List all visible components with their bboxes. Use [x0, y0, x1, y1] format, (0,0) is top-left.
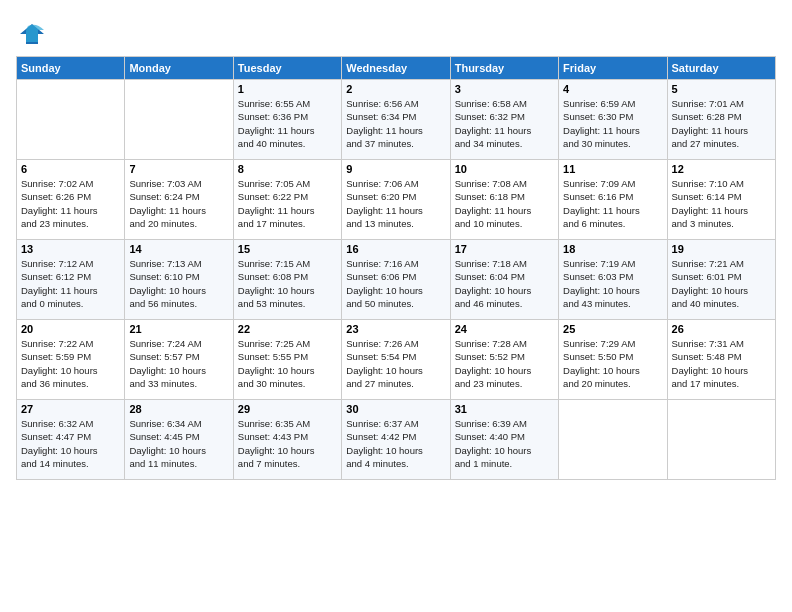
weekday-header-thursday: Thursday	[450, 57, 558, 80]
calendar-cell: 31Sunrise: 6:39 AM Sunset: 4:40 PM Dayli…	[450, 400, 558, 480]
day-info: Sunrise: 7:03 AM Sunset: 6:24 PM Dayligh…	[129, 177, 228, 230]
day-number: 4	[563, 83, 662, 95]
day-number: 23	[346, 323, 445, 335]
calendar-cell: 25Sunrise: 7:29 AM Sunset: 5:50 PM Dayli…	[559, 320, 667, 400]
day-info: Sunrise: 7:13 AM Sunset: 6:10 PM Dayligh…	[129, 257, 228, 310]
day-number: 22	[238, 323, 337, 335]
calendar-cell: 21Sunrise: 7:24 AM Sunset: 5:57 PM Dayli…	[125, 320, 233, 400]
day-number: 11	[563, 163, 662, 175]
calendar-cell: 5Sunrise: 7:01 AM Sunset: 6:28 PM Daylig…	[667, 80, 775, 160]
day-info: Sunrise: 7:24 AM Sunset: 5:57 PM Dayligh…	[129, 337, 228, 390]
calendar-cell	[667, 400, 775, 480]
calendar-cell: 6Sunrise: 7:02 AM Sunset: 6:26 PM Daylig…	[17, 160, 125, 240]
calendar-cell: 17Sunrise: 7:18 AM Sunset: 6:04 PM Dayli…	[450, 240, 558, 320]
calendar-cell: 13Sunrise: 7:12 AM Sunset: 6:12 PM Dayli…	[17, 240, 125, 320]
day-info: Sunrise: 6:32 AM Sunset: 4:47 PM Dayligh…	[21, 417, 120, 470]
day-number: 3	[455, 83, 554, 95]
day-info: Sunrise: 6:34 AM Sunset: 4:45 PM Dayligh…	[129, 417, 228, 470]
day-info: Sunrise: 7:19 AM Sunset: 6:03 PM Dayligh…	[563, 257, 662, 310]
day-number: 13	[21, 243, 120, 255]
weekday-header-saturday: Saturday	[667, 57, 775, 80]
calendar-cell: 8Sunrise: 7:05 AM Sunset: 6:22 PM Daylig…	[233, 160, 341, 240]
day-info: Sunrise: 6:56 AM Sunset: 6:34 PM Dayligh…	[346, 97, 445, 150]
calendar-cell	[125, 80, 233, 160]
calendar-cell: 29Sunrise: 6:35 AM Sunset: 4:43 PM Dayli…	[233, 400, 341, 480]
calendar-cell	[559, 400, 667, 480]
day-number: 1	[238, 83, 337, 95]
calendar-cell: 4Sunrise: 6:59 AM Sunset: 6:30 PM Daylig…	[559, 80, 667, 160]
day-info: Sunrise: 7:26 AM Sunset: 5:54 PM Dayligh…	[346, 337, 445, 390]
day-number: 9	[346, 163, 445, 175]
calendar-week-row: 27Sunrise: 6:32 AM Sunset: 4:47 PM Dayli…	[17, 400, 776, 480]
day-info: Sunrise: 6:59 AM Sunset: 6:30 PM Dayligh…	[563, 97, 662, 150]
day-number: 14	[129, 243, 228, 255]
day-info: Sunrise: 7:18 AM Sunset: 6:04 PM Dayligh…	[455, 257, 554, 310]
day-info: Sunrise: 7:21 AM Sunset: 6:01 PM Dayligh…	[672, 257, 771, 310]
weekday-header-sunday: Sunday	[17, 57, 125, 80]
day-info: Sunrise: 7:25 AM Sunset: 5:55 PM Dayligh…	[238, 337, 337, 390]
page-header	[16, 16, 776, 48]
day-number: 16	[346, 243, 445, 255]
weekday-header-wednesday: Wednesday	[342, 57, 450, 80]
calendar-cell: 16Sunrise: 7:16 AM Sunset: 6:06 PM Dayli…	[342, 240, 450, 320]
calendar-cell: 22Sunrise: 7:25 AM Sunset: 5:55 PM Dayli…	[233, 320, 341, 400]
calendar-cell: 19Sunrise: 7:21 AM Sunset: 6:01 PM Dayli…	[667, 240, 775, 320]
calendar-cell: 30Sunrise: 6:37 AM Sunset: 4:42 PM Dayli…	[342, 400, 450, 480]
calendar-week-row: 1Sunrise: 6:55 AM Sunset: 6:36 PM Daylig…	[17, 80, 776, 160]
day-info: Sunrise: 7:09 AM Sunset: 6:16 PM Dayligh…	[563, 177, 662, 230]
day-number: 7	[129, 163, 228, 175]
weekday-header-friday: Friday	[559, 57, 667, 80]
day-info: Sunrise: 7:08 AM Sunset: 6:18 PM Dayligh…	[455, 177, 554, 230]
day-info: Sunrise: 7:06 AM Sunset: 6:20 PM Dayligh…	[346, 177, 445, 230]
calendar-week-row: 20Sunrise: 7:22 AM Sunset: 5:59 PM Dayli…	[17, 320, 776, 400]
day-info: Sunrise: 6:39 AM Sunset: 4:40 PM Dayligh…	[455, 417, 554, 470]
calendar-cell: 20Sunrise: 7:22 AM Sunset: 5:59 PM Dayli…	[17, 320, 125, 400]
calendar-cell: 11Sunrise: 7:09 AM Sunset: 6:16 PM Dayli…	[559, 160, 667, 240]
calendar-cell: 1Sunrise: 6:55 AM Sunset: 6:36 PM Daylig…	[233, 80, 341, 160]
calendar-cell: 23Sunrise: 7:26 AM Sunset: 5:54 PM Dayli…	[342, 320, 450, 400]
calendar-cell	[17, 80, 125, 160]
day-info: Sunrise: 7:02 AM Sunset: 6:26 PM Dayligh…	[21, 177, 120, 230]
day-number: 10	[455, 163, 554, 175]
day-info: Sunrise: 6:55 AM Sunset: 6:36 PM Dayligh…	[238, 97, 337, 150]
day-number: 2	[346, 83, 445, 95]
weekday-header-monday: Monday	[125, 57, 233, 80]
day-number: 8	[238, 163, 337, 175]
day-info: Sunrise: 7:16 AM Sunset: 6:06 PM Dayligh…	[346, 257, 445, 310]
day-info: Sunrise: 6:37 AM Sunset: 4:42 PM Dayligh…	[346, 417, 445, 470]
calendar-cell: 12Sunrise: 7:10 AM Sunset: 6:14 PM Dayli…	[667, 160, 775, 240]
day-info: Sunrise: 7:31 AM Sunset: 5:48 PM Dayligh…	[672, 337, 771, 390]
day-number: 20	[21, 323, 120, 335]
day-number: 5	[672, 83, 771, 95]
calendar-cell: 27Sunrise: 6:32 AM Sunset: 4:47 PM Dayli…	[17, 400, 125, 480]
calendar-cell: 14Sunrise: 7:13 AM Sunset: 6:10 PM Dayli…	[125, 240, 233, 320]
calendar-cell: 3Sunrise: 6:58 AM Sunset: 6:32 PM Daylig…	[450, 80, 558, 160]
calendar-week-row: 13Sunrise: 7:12 AM Sunset: 6:12 PM Dayli…	[17, 240, 776, 320]
day-number: 30	[346, 403, 445, 415]
day-info: Sunrise: 7:12 AM Sunset: 6:12 PM Dayligh…	[21, 257, 120, 310]
calendar-cell: 2Sunrise: 6:56 AM Sunset: 6:34 PM Daylig…	[342, 80, 450, 160]
day-info: Sunrise: 7:22 AM Sunset: 5:59 PM Dayligh…	[21, 337, 120, 390]
day-number: 27	[21, 403, 120, 415]
weekday-header-row: SundayMondayTuesdayWednesdayThursdayFrid…	[17, 57, 776, 80]
calendar-week-row: 6Sunrise: 7:02 AM Sunset: 6:26 PM Daylig…	[17, 160, 776, 240]
calendar-cell: 18Sunrise: 7:19 AM Sunset: 6:03 PM Dayli…	[559, 240, 667, 320]
calendar-cell: 26Sunrise: 7:31 AM Sunset: 5:48 PM Dayli…	[667, 320, 775, 400]
day-number: 17	[455, 243, 554, 255]
day-info: Sunrise: 7:29 AM Sunset: 5:50 PM Dayligh…	[563, 337, 662, 390]
day-number: 26	[672, 323, 771, 335]
day-info: Sunrise: 7:10 AM Sunset: 6:14 PM Dayligh…	[672, 177, 771, 230]
day-number: 29	[238, 403, 337, 415]
day-info: Sunrise: 7:05 AM Sunset: 6:22 PM Dayligh…	[238, 177, 337, 230]
logo	[16, 16, 46, 48]
day-info: Sunrise: 6:35 AM Sunset: 4:43 PM Dayligh…	[238, 417, 337, 470]
calendar-cell: 28Sunrise: 6:34 AM Sunset: 4:45 PM Dayli…	[125, 400, 233, 480]
day-number: 28	[129, 403, 228, 415]
calendar-cell: 9Sunrise: 7:06 AM Sunset: 6:20 PM Daylig…	[342, 160, 450, 240]
day-info: Sunrise: 6:58 AM Sunset: 6:32 PM Dayligh…	[455, 97, 554, 150]
calendar-cell: 15Sunrise: 7:15 AM Sunset: 6:08 PM Dayli…	[233, 240, 341, 320]
day-number: 15	[238, 243, 337, 255]
logo-icon	[18, 20, 46, 48]
day-number: 6	[21, 163, 120, 175]
day-number: 24	[455, 323, 554, 335]
